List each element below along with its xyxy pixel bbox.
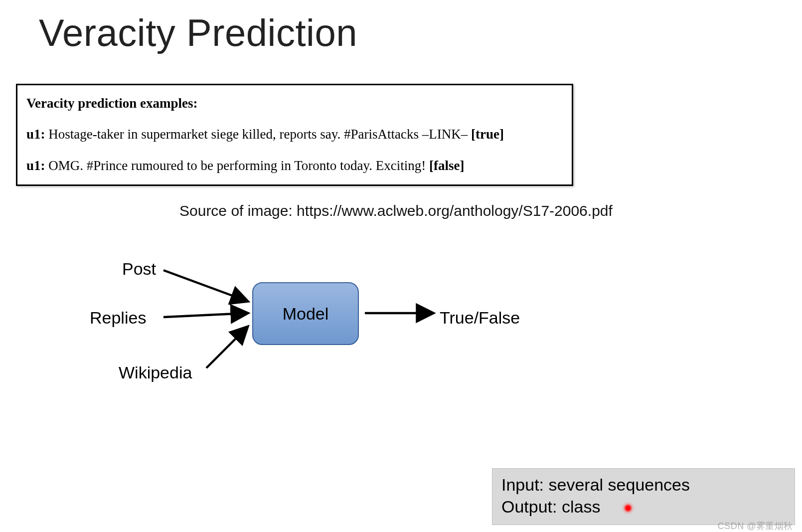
example-text: Hostage-taker in supermarket siege kille…: [45, 127, 472, 142]
output-label: True/False: [440, 308, 520, 328]
slide-title: Veracity Prediction: [39, 11, 357, 54]
example-tag: u1:: [26, 127, 45, 142]
input-post-label: Post: [122, 259, 156, 279]
laser-pointer-dot: [625, 505, 632, 512]
examples-box: Veracity prediction examples: u1: Hostag…: [16, 84, 573, 186]
io-output-line: Output: class: [501, 496, 786, 518]
arrow-replies-to-model: [163, 313, 247, 317]
input-replies-label: Replies: [90, 308, 146, 328]
example-flag: [false]: [429, 158, 464, 173]
example-flag: [true]: [471, 127, 504, 142]
input-wikipedia-label: Wikipedia: [119, 363, 192, 382]
example-tag: u1:: [26, 158, 45, 173]
io-input-line: Input: several sequences: [501, 474, 786, 496]
example-row: u1: Hostage-taker in supermarket siege k…: [26, 125, 563, 143]
arrow-post-to-model: [163, 270, 247, 301]
watermark: CSDN @雾重烟秋: [718, 520, 793, 532]
io-summary-box: Input: several sequences Output: class: [492, 468, 795, 525]
source-line: Source of image: https://www.aclweb.org/…: [179, 202, 613, 219]
model-diagram: Post Replies Wikipedia Model True/False: [75, 239, 598, 409]
model-box: Model: [252, 282, 359, 345]
example-text: OMG. #Prince rumoured to be performing i…: [45, 158, 429, 173]
example-row: u1: OMG. #Prince rumoured to be performi…: [26, 157, 563, 175]
arrow-wikipedia-to-model: [206, 327, 247, 368]
examples-heading: Veracity prediction examples:: [26, 94, 563, 112]
